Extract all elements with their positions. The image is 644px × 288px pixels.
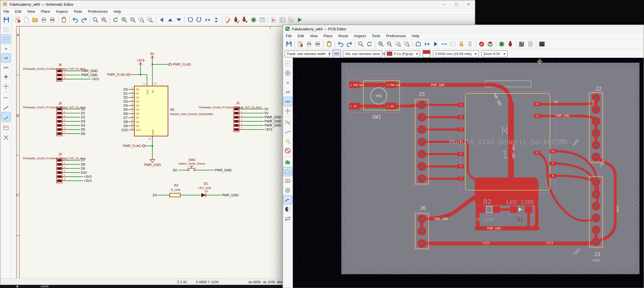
lock-icon[interactable] (457, 40, 466, 48)
net-label[interactable]: D2 (124, 96, 128, 99)
drc-off-icon[interactable] (284, 146, 292, 155)
via-size-select[interactable]: Via: use netclass sizes (343, 50, 382, 57)
units-in-icon[interactable]: in (284, 78, 292, 87)
zoom-out-icon[interactable] (385, 40, 394, 48)
hier-sheet-icon[interactable] (2, 124, 10, 132)
net-label[interactable]: PWR_GND (264, 120, 281, 123)
r2-net-d3[interactable]: D3 (153, 193, 157, 197)
menu-edit[interactable]: Edit (295, 34, 307, 38)
track-width-select[interactable]: Track: use netclass width (285, 50, 330, 57)
net-label[interactable]: +3V3 (91, 77, 99, 81)
pcb-title-bar[interactable]: FabAcademy_wk9 — PCB Editor (283, 25, 644, 33)
free-angle-icon[interactable] (2, 103, 10, 111)
erc-icon[interactable] (232, 15, 240, 24)
menu-place[interactable]: Place (320, 34, 336, 38)
find-icon[interactable] (91, 15, 100, 24)
paste-icon[interactable] (60, 15, 68, 24)
menu-view[interactable]: View (24, 9, 38, 13)
find-icon[interactable] (356, 40, 365, 48)
layers-icon[interactable] (486, 40, 494, 48)
menu-tools[interactable]: Tools (369, 34, 383, 38)
net-label[interactable]: D8 (124, 120, 128, 124)
pcb-canvas[interactable]: 1234567 141311 1098 TMS SW1 J5 J6 J2 J3 … (293, 58, 644, 288)
maximize-button[interactable]: □ (450, 0, 462, 8)
r2-pad-right[interactable] (493, 206, 500, 213)
books-icon[interactable] (518, 40, 526, 48)
units-mm-icon[interactable]: mm (2, 63, 10, 72)
nav-up-icon[interactable] (166, 15, 174, 24)
sim-icon[interactable] (295, 15, 304, 24)
zoom-fit-icon[interactable] (137, 15, 146, 24)
paste-icon[interactable] (325, 40, 333, 48)
edit-fields-icon[interactable] (258, 15, 266, 24)
save-icon[interactable] (285, 40, 293, 48)
redo-icon[interactable] (80, 15, 88, 24)
net-label[interactable]: D5 (124, 108, 128, 112)
save-icon[interactable] (2, 15, 10, 24)
menu-view[interactable]: View (307, 34, 320, 38)
high-contrast-icon[interactable] (284, 205, 292, 214)
refresh-icon[interactable] (365, 40, 374, 48)
nav-down-icon[interactable] (175, 15, 183, 24)
net-label[interactable]: D0 (81, 107, 85, 111)
menu-inspect[interactable]: Inspect (53, 9, 70, 13)
zoom-objects-icon[interactable] (146, 15, 154, 24)
zoom-in-icon[interactable] (120, 15, 128, 24)
units-mil-icon[interactable]: mil (2, 54, 10, 62)
netlist-icon[interactable] (287, 15, 295, 24)
net-label[interactable]: D5 (81, 128, 85, 132)
show-grid-icon[interactable] (284, 59, 292, 68)
net-label[interactable]: D10 (122, 128, 128, 132)
net-label[interactable]: D4 (124, 104, 128, 107)
mirror-v-icon[interactable] (422, 40, 431, 48)
ratsnest-curved-icon[interactable] (284, 128, 292, 136)
zone-filled-icon[interactable] (284, 158, 292, 166)
plot-icon[interactable] (314, 40, 322, 48)
mirror-h-icon[interactable] (212, 15, 220, 24)
cursor-full-icon[interactable] (2, 82, 10, 91)
auto-track-width-button[interactable] (332, 49, 341, 58)
net-label[interactable]: +3V3 (264, 128, 272, 132)
menu-edit[interactable]: Edit (12, 9, 24, 13)
open-page-icon[interactable] (31, 15, 39, 24)
find-replace-icon[interactable] (100, 15, 108, 24)
net-label[interactable]: D1 (124, 92, 128, 95)
symbol-editor-icon[interactable] (270, 15, 278, 24)
flip-icon[interactable] (440, 40, 448, 48)
net-label[interactable]: D9 (124, 124, 128, 128)
calc-icon[interactable] (526, 40, 535, 48)
zone-outline-icon[interactable] (284, 167, 292, 176)
ratsnest-hide-icon[interactable] (284, 118, 292, 127)
pad-sketch-icon[interactable] (284, 177, 292, 185)
units-in-icon[interactable]: in (2, 44, 10, 53)
cursor-full-icon[interactable] (284, 107, 292, 115)
menu-inspect[interactable]: Inspect (351, 34, 369, 38)
annotate-icon[interactable] (224, 15, 232, 24)
menu-route[interactable]: Route (336, 34, 351, 38)
schematic-setup-icon[interactable] (14, 15, 22, 24)
angle-45-icon[interactable] (2, 112, 10, 121)
taskbar-strip[interactable]: week9 (0, 285, 283, 288)
net-label[interactable]: +3V3 (84, 175, 92, 178)
grid-dots-icon[interactable] (2, 35, 10, 43)
plot-icon[interactable] (48, 15, 56, 24)
layer-select[interactable]: F.Cu (PgUp) (385, 50, 420, 57)
net-label[interactable]: D4 (81, 124, 85, 127)
print-icon[interactable] (39, 15, 48, 24)
schematic-title-bar[interactable]: FabAcademy_wk9 — Schematic Editor – □ × (0, 0, 475, 8)
sw1-net-d0[interactable]: D0 (173, 168, 177, 172)
net-label[interactable]: D10 (81, 171, 87, 174)
polygon-icon[interactable] (414, 40, 422, 48)
undo-icon[interactable] (336, 40, 345, 48)
d1-pad-left[interactable] (510, 206, 518, 213)
d1-net-gnd[interactable]: PWR_GND (222, 193, 238, 197)
zoom-objects-icon[interactable] (402, 40, 411, 48)
units-mil-icon[interactable]: mil (284, 88, 292, 96)
track-sketch-icon[interactable] (284, 196, 292, 204)
wrench-x-icon[interactable] (2, 133, 10, 142)
net-label[interactable]: +3V3 (84, 179, 92, 183)
bug-red-icon[interactable] (506, 40, 514, 48)
sw1-net-gnd[interactable]: PWR_GND (215, 168, 232, 172)
net-label[interactable]: 5V (264, 111, 268, 115)
redo-icon[interactable] (345, 40, 354, 48)
